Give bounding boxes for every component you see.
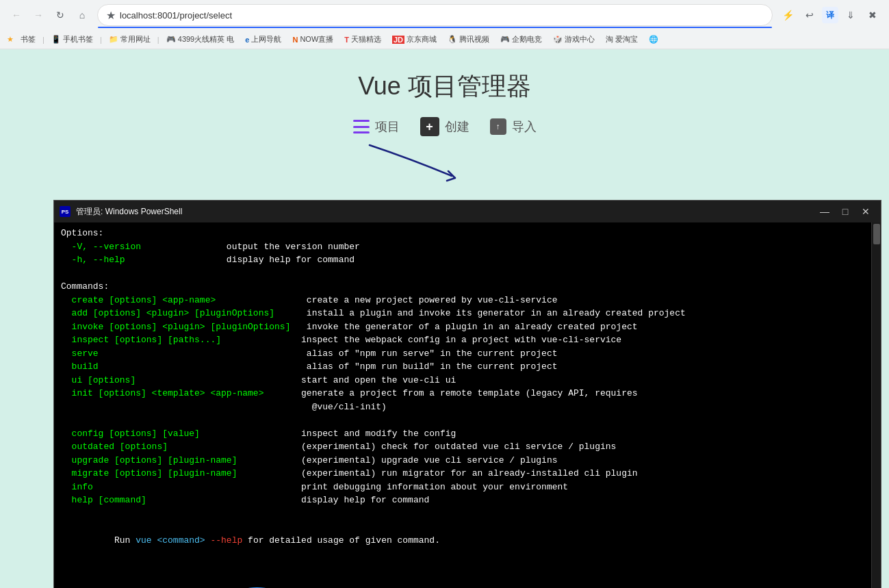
ps-commands-header: Commands: — [61, 280, 864, 294]
ps-cmd-serve: serve alias of "npm run serve" in the cu… — [61, 347, 864, 361]
create-label: 创建 — [445, 118, 469, 135]
ps-blank-2 — [61, 413, 864, 427]
vue-nav: 项目 + 创建 ↑ 导入 — [353, 117, 537, 136]
ps-content: Options: -V, --version output the versio… — [54, 222, 871, 588]
separator-3: | — [157, 36, 159, 44]
ps-prompt-line: C:\Users\Administrator>vue ui — [61, 574, 864, 588]
ps-cmd-outdated: outdated [options] (experimental) check … — [61, 440, 864, 454]
ps-cmd-upgrade: upgrade [options] [plugin-name] (experim… — [61, 454, 864, 468]
ps-cmd-config: config [options] [value] inspect and mod… — [61, 427, 864, 441]
bookmark-internet[interactable]: e 上网导航 — [241, 33, 285, 46]
bookmark-4399[interactable]: 🎮 4399火线精英 电 — [162, 33, 239, 46]
page-title: Vue 项目管理器 — [358, 70, 531, 103]
star-bookmark-icon: ★ — [7, 35, 14, 44]
ps-blank-4 — [61, 561, 864, 574]
bookmark-tmall[interactable]: T 天猫精选 — [340, 33, 385, 46]
ps-cmd-invoke: invoke [options] <plugin> [pluginOptions… — [61, 320, 864, 334]
bookmark-jd[interactable]: JD 京东商城 — [388, 33, 441, 46]
profile-button[interactable]: ↩ — [800, 5, 819, 25]
upload-icon: ↑ — [490, 118, 506, 135]
ps-cmd-inspect: inspect [options] [paths...] inspect the… — [61, 333, 864, 347]
ps-content-wrapper: Options: -V, --version output the versio… — [54, 222, 881, 588]
nav-buttons: ← → ↻ ⌂ — [7, 5, 92, 25]
back-button[interactable]: ← — [7, 5, 26, 25]
download-button[interactable]: ⇓ — [841, 5, 860, 25]
nav-create[interactable]: + 创建 — [420, 117, 469, 136]
home-button[interactable]: ⌂ — [73, 5, 92, 25]
powershell-window: PS 管理员: Windows PowerShell — □ ✕ Options… — [53, 200, 881, 588]
nav-import[interactable]: ↑ 导入 — [490, 118, 537, 135]
browser-actions: ⚡ ↩ 译 ⇓ ✖ — [778, 5, 882, 25]
bookmark-common[interactable]: 📁 常用网址 — [105, 33, 155, 46]
import-label: 导入 — [512, 118, 537, 135]
ps-cmd-build: build alias of "npm run build" in the cu… — [61, 360, 864, 374]
nav-projects[interactable]: 项目 — [353, 118, 400, 135]
powershell-titlebar: PS 管理员: Windows PowerShell — □ ✕ — [54, 201, 881, 222]
forward-button[interactable]: → — [29, 5, 48, 25]
ps-cmd-ui: ui [options] start and open the vue-cli … — [61, 374, 864, 387]
ps-blank-3 — [61, 507, 864, 521]
bookmarks-bar: ★ 书签 | 📱 手机书签 | 📁 常用网址 | 🎮 4399火线精英 电 e … — [0, 30, 889, 49]
ps-blank-1 — [61, 267, 864, 281]
translate-button[interactable]: 译 — [822, 7, 838, 23]
ps-options-header: Options: — [61, 227, 864, 240]
plus-icon: + — [420, 117, 439, 136]
ps-cmd-add: add [options] <plugin> [pluginOptions] i… — [61, 307, 864, 320]
close-button[interactable]: ✕ — [856, 202, 875, 221]
bookmark-penguin[interactable]: 🎮 企鹅电竞 — [496, 33, 546, 46]
ps-scrollbar-thumb[interactable] — [873, 224, 880, 244]
bookmark-mobile[interactable]: 📱 手机书签 — [47, 33, 97, 46]
ps-version-line: -V, --version output the version number — [61, 240, 864, 254]
bookmark-bookmarks[interactable]: 书签 — [16, 33, 40, 46]
browser-chrome: ← → ↻ ⌂ ★ ⚡ ↩ 译 ⇓ ✖ ★ 书签 | 📱 手机书签 | 📁 常用… — [0, 0, 889, 49]
ps-cmd-create: create [options] <app-name> create a new… — [61, 294, 864, 307]
separator-2: | — [100, 36, 102, 44]
hamburger-icon — [353, 120, 370, 133]
menu-button[interactable]: ✖ — [863, 5, 882, 25]
address-bar-container: ★ — [97, 4, 773, 26]
browser-toolbar: ← → ↻ ⌂ ★ ⚡ ↩ 译 ⇓ ✖ — [0, 0, 889, 30]
ps-scrollbar[interactable] — [871, 222, 881, 588]
bookmark-tencent-video[interactable]: 🐧 腾讯视频 — [443, 33, 493, 46]
ps-hint-line: Run vue <command> --help for detailed us… — [61, 520, 864, 561]
bookmark-game-center[interactable]: 🎲 游戏中心 — [549, 33, 599, 46]
bookmark-now[interactable]: N NOW直播 — [288, 33, 337, 46]
extensions-button[interactable]: ⚡ — [778, 5, 797, 25]
ps-help-line: -h, --help display help for command — [61, 253, 864, 267]
ps-cmd-help: help [command] display help for command — [61, 494, 864, 507]
maximize-button[interactable]: □ — [836, 202, 855, 221]
bookmark-taobao[interactable]: 淘 爱淘宝 — [602, 33, 642, 46]
bookmark-globe[interactable]: 🌐 — [645, 34, 662, 45]
ps-cmd-info: info print debugging information about y… — [61, 481, 864, 494]
minimize-button[interactable]: — — [815, 202, 834, 221]
star-icon: ★ — [106, 9, 116, 22]
ps-cmd-init: init [options] <template> <app-name> gen… — [61, 387, 864, 400]
address-bar[interactable] — [120, 10, 764, 21]
refresh-button[interactable]: ↻ — [51, 5, 70, 25]
browser-content: Vue 项目管理器 项目 + 创建 ↑ 导入 — [0, 49, 889, 588]
powershell-title: 管理员: Windows PowerShell — [76, 206, 810, 218]
separator-1: | — [42, 36, 44, 44]
ps-cmd-migrate: migrate [options] [plugin-name] (experim… — [61, 467, 864, 481]
ps-cmd-init-cont: @vue/cli-init) — [61, 400, 864, 414]
window-controls: — □ ✕ — [815, 202, 875, 221]
projects-label: 项目 — [375, 118, 400, 135]
powershell-icon: PS — [60, 206, 70, 217]
